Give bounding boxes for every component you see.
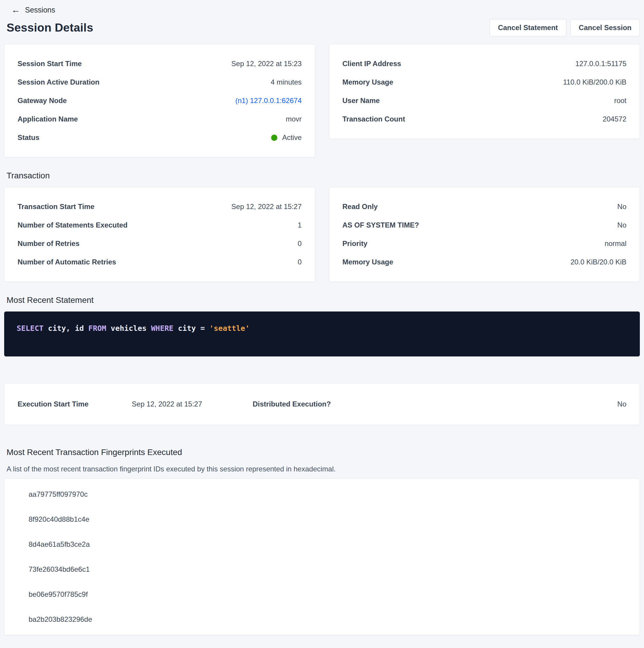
kv-value: 0 bbox=[298, 239, 301, 248]
kv-row-gateway-node: Gateway Node (n1) 127.0.0.1:62674 bbox=[17, 92, 302, 110]
sql-statement-text: SELECT city, id FROM vehicles WHERE city… bbox=[17, 324, 627, 333]
kv-label: Distributed Execution? bbox=[253, 400, 331, 408]
kv-row-transaction-start-time: Transaction Start Time Sep 12, 2022 at 1… bbox=[17, 198, 302, 216]
kv-label: Application Name bbox=[17, 115, 78, 123]
kv-row-application-name: Application Name movr bbox=[17, 110, 302, 128]
sql-token-string: 'seattle' bbox=[209, 324, 249, 333]
fingerprint-list-item: aa79775ff097970c bbox=[4, 482, 640, 507]
kv-value: movr bbox=[286, 115, 301, 123]
kv-label: Session Active Duration bbox=[17, 78, 99, 86]
kv-label: Session Start Time bbox=[17, 60, 82, 68]
sql-token-plain: city, id bbox=[44, 324, 89, 333]
kv-label: Number of Automatic Retries bbox=[17, 258, 116, 266]
kv-row-distributed-execution: Distributed Execution? No bbox=[253, 395, 627, 413]
kv-row-execution-start-time: Execution Start Time Sep 12, 2022 at 15:… bbox=[17, 395, 202, 413]
kv-row-statements-executed: Number of Statements Executed 1 bbox=[17, 216, 302, 234]
kv-value: 110.0 KiB/200.0 KiB bbox=[563, 78, 627, 86]
back-to-sessions-link[interactable]: Sessions bbox=[25, 6, 55, 14]
transaction-summary-row: Transaction Start Time Sep 12, 2022 at 1… bbox=[4, 187, 640, 282]
sql-statement-box: SELECT city, id FROM vehicles WHERE city… bbox=[4, 312, 640, 357]
kv-row-read-only: Read Only No bbox=[343, 198, 627, 216]
kv-row-priority: Priority normal bbox=[343, 234, 627, 253]
kv-label: Gateway Node bbox=[17, 97, 67, 105]
fingerprint-list-item: 8d4ae61a5fb3ce2a bbox=[4, 532, 640, 557]
kv-value: Sep 12, 2022 at 15:27 bbox=[231, 203, 301, 211]
sql-token-keyword: FROM bbox=[89, 324, 106, 333]
kv-label: Number of Retries bbox=[17, 239, 79, 248]
session-details-page: ← Sessions Session Details Cancel Statem… bbox=[0, 0, 644, 648]
statement-section-heading: Most Recent Statement bbox=[7, 295, 640, 305]
gateway-node-link[interactable]: (n1) 127.0.0.1:62674 bbox=[235, 97, 302, 105]
kv-value: 127.0.0.1:51175 bbox=[575, 60, 627, 68]
kv-value: 4 minutes bbox=[271, 78, 301, 86]
kv-value: Sep 12, 2022 at 15:27 bbox=[132, 400, 202, 408]
kv-value: normal bbox=[605, 239, 627, 248]
sql-token-plain: city = bbox=[174, 324, 209, 333]
kv-row-automatic-retries: Number of Automatic Retries 0 bbox=[17, 253, 302, 271]
kv-label: Number of Statements Executed bbox=[17, 221, 127, 229]
kv-row-transaction-count: Transaction Count 204572 bbox=[343, 110, 627, 128]
kv-label: Read Only bbox=[343, 203, 378, 211]
cancel-statement-button[interactable]: Cancel Statement bbox=[489, 19, 566, 36]
fingerprint-list-item: 73fe26034bd6e6c1 bbox=[4, 557, 640, 582]
kv-label: Execution Start Time bbox=[17, 400, 89, 408]
status-badge: Active bbox=[271, 133, 301, 142]
kv-row-client-ip: Client IP Address 127.0.0.1:51175 bbox=[343, 54, 627, 73]
status-value: Active bbox=[282, 133, 301, 142]
kv-row-retries: Number of Retries 0 bbox=[17, 234, 302, 253]
execution-summary-card: Execution Start Time Sep 12, 2022 at 15:… bbox=[4, 383, 640, 425]
fingerprints-section-heading: Most Recent Transaction Fingerprints Exe… bbox=[7, 447, 640, 457]
kv-row-session-active-duration: Session Active Duration 4 minutes bbox=[17, 73, 302, 92]
kv-value: 0 bbox=[298, 258, 301, 266]
kv-row-as-of-system-time: AS OF SYSTEM TIME? No bbox=[343, 216, 627, 234]
kv-row-user-name: User Name root bbox=[343, 92, 627, 110]
kv-label: AS OF SYSTEM TIME? bbox=[343, 221, 419, 229]
session-summary-card-left: Session Start Time Sep 12, 2022 at 15:23… bbox=[4, 44, 315, 157]
arrow-left-icon[interactable]: ← bbox=[11, 5, 20, 14]
kv-value: No bbox=[617, 400, 627, 408]
fingerprints-card: aa79775ff097970c 8f920c40d88b1c4e 8d4ae6… bbox=[4, 479, 640, 635]
kv-label: Transaction Count bbox=[343, 115, 405, 123]
kv-value: Sep 12, 2022 at 15:23 bbox=[231, 60, 301, 68]
fingerprint-list-item: 8f920c40d88b1c4e bbox=[4, 507, 640, 532]
kv-value: 204572 bbox=[603, 115, 627, 123]
kv-value: No bbox=[617, 221, 627, 229]
sql-token-keyword: WHERE bbox=[151, 324, 174, 333]
sql-token-plain: vehicles bbox=[106, 324, 151, 333]
kv-value: root bbox=[614, 97, 627, 105]
session-summary-row: Session Start Time Sep 12, 2022 at 15:23… bbox=[4, 44, 640, 157]
kv-value: No bbox=[617, 203, 627, 211]
kv-row-txn-memory-usage: Memory Usage 20.0 KiB/20.0 KiB bbox=[343, 253, 627, 271]
kv-label: Status bbox=[17, 133, 39, 142]
kv-label: Client IP Address bbox=[343, 60, 401, 68]
kv-label: Memory Usage bbox=[343, 78, 394, 86]
fingerprint-list-item: be06e9570f785c9f bbox=[4, 582, 640, 607]
breadcrumb: ← Sessions bbox=[4, 3, 640, 14]
kv-label: Memory Usage bbox=[343, 258, 394, 266]
transaction-card-right: Read Only No AS OF SYSTEM TIME? No Prior… bbox=[329, 187, 640, 282]
header-row: Session Details Cancel Statement Cancel … bbox=[4, 19, 640, 36]
kv-label: Transaction Start Time bbox=[17, 203, 94, 211]
transaction-card-left: Transaction Start Time Sep 12, 2022 at 1… bbox=[4, 187, 315, 282]
session-summary-card-right: Client IP Address 127.0.0.1:51175 Memory… bbox=[329, 44, 640, 139]
kv-row-status: Status Active bbox=[17, 128, 302, 147]
page-title: Session Details bbox=[7, 21, 93, 34]
transaction-section-heading: Transaction bbox=[7, 171, 640, 180]
fingerprint-list-item: ba2b203b823296de bbox=[4, 607, 640, 632]
kv-label: User Name bbox=[343, 97, 380, 105]
kv-row-memory-usage: Memory Usage 110.0 KiB/200.0 KiB bbox=[343, 73, 627, 92]
sql-token-keyword: SELECT bbox=[17, 324, 44, 333]
fingerprints-description: A list of the most recent transaction fi… bbox=[7, 465, 640, 473]
kv-label: Priority bbox=[343, 239, 367, 248]
status-active-dot-icon bbox=[271, 134, 277, 141]
kv-value: 20.0 KiB/20.0 KiB bbox=[571, 258, 627, 266]
kv-value: 1 bbox=[298, 221, 301, 229]
kv-row-session-start-time: Session Start Time Sep 12, 2022 at 15:23 bbox=[17, 54, 302, 73]
header-actions: Cancel Statement Cancel Session bbox=[489, 19, 640, 36]
cancel-session-button[interactable]: Cancel Session bbox=[571, 19, 640, 36]
